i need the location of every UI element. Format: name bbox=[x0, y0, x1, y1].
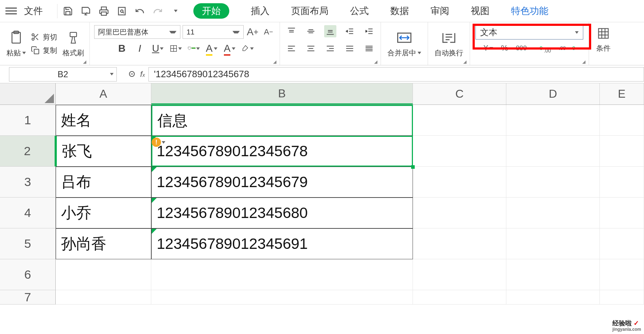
cell-D2[interactable] bbox=[506, 136, 600, 167]
group-launcher-icon[interactable]: ◢ bbox=[273, 59, 278, 64]
cell-D6[interactable] bbox=[506, 259, 600, 290]
print-icon[interactable] bbox=[99, 6, 109, 16]
tab-insert[interactable]: 插入 bbox=[251, 5, 270, 17]
name-box[interactable]: B2 bbox=[9, 67, 117, 82]
clear-format-button[interactable] bbox=[242, 42, 254, 55]
cell-C5[interactable] bbox=[413, 228, 506, 259]
underline-button[interactable]: U bbox=[152, 42, 164, 55]
cell-A5[interactable]: 孙尚香 bbox=[56, 228, 151, 259]
select-all-corner[interactable] bbox=[0, 83, 56, 105]
cell-D5[interactable] bbox=[506, 228, 600, 259]
print-preview-icon[interactable] bbox=[117, 6, 127, 16]
cell-A1[interactable]: 姓名 bbox=[56, 105, 151, 136]
row-header-7[interactable]: 7 bbox=[0, 290, 56, 305]
qat-more-icon[interactable] bbox=[171, 6, 181, 16]
redo-icon[interactable] bbox=[153, 6, 163, 16]
zoom-icon[interactable] bbox=[126, 68, 139, 81]
row-header-3[interactable]: 3 bbox=[0, 167, 56, 198]
cell-C7[interactable] bbox=[413, 290, 506, 305]
cell-A4[interactable]: 小乔 bbox=[56, 198, 151, 228]
merge-center-button[interactable]: 合并居中 bbox=[387, 30, 421, 58]
justify-icon[interactable] bbox=[344, 42, 356, 55]
cell-E3[interactable] bbox=[600, 167, 644, 198]
cell-B5[interactable]: 123456789012345691 bbox=[151, 228, 413, 259]
row-header-5[interactable]: 5 bbox=[0, 228, 56, 259]
column-header-B[interactable]: B bbox=[151, 83, 413, 105]
cell-A7[interactable] bbox=[56, 290, 151, 305]
percent-button[interactable]: % bbox=[501, 43, 508, 53]
font-color-button[interactable]: A bbox=[224, 42, 236, 55]
cell-C6[interactable] bbox=[413, 259, 506, 290]
formula-input[interactable]: '123456789012345678 bbox=[148, 67, 644, 82]
increase-decimal-button[interactable]: ←0.00 bbox=[535, 43, 551, 53]
column-header-C[interactable]: C bbox=[413, 83, 506, 105]
cell-C4[interactable] bbox=[413, 198, 506, 228]
cell-A3[interactable]: 吕布 bbox=[56, 167, 151, 198]
tab-view[interactable]: 视图 bbox=[471, 5, 489, 17]
cell-A2[interactable]: 张飞 ! bbox=[56, 136, 151, 167]
number-format-combo[interactable]: 文本 bbox=[475, 25, 583, 40]
cell-D1[interactable] bbox=[506, 105, 600, 136]
tab-formula[interactable]: 公式 bbox=[350, 5, 369, 17]
increase-font-icon[interactable]: A+ bbox=[246, 25, 259, 39]
row-header-1[interactable]: 1 bbox=[0, 105, 56, 136]
increase-indent-icon[interactable] bbox=[363, 25, 375, 37]
cell-B1[interactable]: 信息 bbox=[151, 105, 413, 136]
italic-button[interactable]: I bbox=[134, 42, 146, 55]
cell-A6[interactable] bbox=[56, 259, 151, 290]
align-right-icon[interactable] bbox=[324, 42, 336, 55]
format-painter-button[interactable]: 格式刷 bbox=[63, 30, 84, 58]
tab-special[interactable]: 特色功能 bbox=[511, 5, 548, 17]
cell-B2[interactable]: 123456789012345678 bbox=[151, 136, 413, 167]
copy-button[interactable]: 复制 bbox=[31, 46, 57, 55]
cell-C1[interactable] bbox=[413, 105, 506, 136]
align-top-icon[interactable] bbox=[285, 25, 298, 37]
row-header-6[interactable]: 6 bbox=[0, 259, 56, 290]
comma-style-button[interactable]: 000 bbox=[516, 45, 527, 52]
font-name-combo[interactable]: 阿里巴巴普惠体 bbox=[94, 25, 180, 39]
border-button[interactable] bbox=[170, 42, 182, 55]
cell-B6[interactable] bbox=[151, 259, 413, 290]
group-launcher-icon[interactable]: ◢ bbox=[83, 59, 88, 64]
group-launcher-icon[interactable]: ◢ bbox=[463, 59, 468, 64]
currency-button[interactable]: ¥ bbox=[484, 43, 493, 53]
group-launcher-icon[interactable]: ◢ bbox=[582, 59, 587, 64]
highlight-button[interactable]: A bbox=[206, 42, 218, 55]
tab-start[interactable]: 开始 bbox=[193, 3, 229, 19]
error-badge[interactable]: ! bbox=[152, 138, 165, 147]
hamburger-icon[interactable] bbox=[5, 5, 17, 17]
conditional-format-button[interactable]: 条件 bbox=[593, 25, 614, 53]
column-header-D[interactable]: D bbox=[506, 83, 600, 105]
align-center-icon[interactable] bbox=[305, 42, 317, 55]
align-bottom-icon[interactable] bbox=[324, 25, 336, 37]
fill-color-button[interactable] bbox=[188, 42, 200, 55]
align-middle-icon[interactable] bbox=[305, 25, 317, 37]
tab-review[interactable]: 审阅 bbox=[431, 5, 449, 17]
file-menu[interactable]: 文件 bbox=[24, 5, 43, 17]
column-header-A[interactable]: A bbox=[56, 83, 151, 105]
decrease-indent-icon[interactable] bbox=[344, 25, 356, 37]
bold-button[interactable]: B bbox=[116, 42, 128, 55]
fx-icon[interactable]: fx bbox=[140, 70, 145, 79]
cell-D3[interactable] bbox=[506, 167, 600, 198]
tab-data[interactable]: 数据 bbox=[390, 5, 409, 17]
cell-E1[interactable] bbox=[600, 105, 644, 136]
cell-D4[interactable] bbox=[506, 198, 600, 228]
column-header-E[interactable]: E bbox=[600, 83, 644, 105]
cell-D7[interactable] bbox=[506, 290, 600, 305]
paste-button[interactable]: 粘贴 bbox=[5, 30, 27, 58]
cell-C2[interactable] bbox=[413, 136, 506, 167]
decrease-decimal-button[interactable]: .00→0 bbox=[559, 46, 575, 51]
cell-B7[interactable] bbox=[151, 290, 413, 305]
align-left-icon[interactable] bbox=[285, 42, 298, 55]
cell-E7[interactable] bbox=[600, 290, 644, 305]
cell-E2[interactable] bbox=[600, 136, 644, 167]
cell-E5[interactable] bbox=[600, 228, 644, 259]
undo-icon[interactable] bbox=[135, 6, 145, 16]
cell-E4[interactable] bbox=[600, 198, 644, 228]
tab-page-layout[interactable]: 页面布局 bbox=[291, 5, 328, 17]
row-header-2[interactable]: 2 bbox=[0, 136, 56, 167]
cell-B4[interactable]: 123456789012345680 bbox=[151, 198, 413, 228]
save-icon[interactable] bbox=[63, 6, 73, 16]
distribute-icon[interactable] bbox=[363, 42, 375, 55]
